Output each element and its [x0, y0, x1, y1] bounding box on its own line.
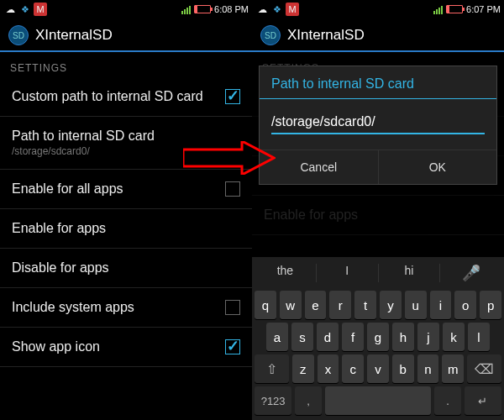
battery-icon — [194, 5, 211, 13]
checkbox-icon[interactable] — [225, 300, 240, 315]
key-s[interactable]: s — [291, 323, 313, 351]
key-a[interactable]: a — [266, 323, 288, 351]
suggestion[interactable]: hi — [379, 264, 441, 282]
key-x[interactable]: x — [318, 354, 339, 383]
row-disable-for[interactable]: Disable for apps — [0, 249, 252, 288]
app-title: XInternalSD — [287, 27, 365, 44]
key-j[interactable]: j — [417, 323, 439, 351]
enter-key[interactable]: ↵ — [465, 386, 501, 415]
kb-row-1: qwertyuiop — [255, 291, 501, 319]
shift-key[interactable]: ⇧ — [255, 354, 289, 383]
path-input[interactable] — [271, 113, 485, 134]
row-path-internal[interactable]: Path to internal SD card /storage/sdcard… — [0, 117, 252, 170]
key-k[interactable]: k — [443, 323, 465, 351]
key-c[interactable]: c — [342, 354, 364, 383]
symbols-key[interactable]: ?123 — [255, 386, 291, 415]
row-bg: Enable for apps — [252, 196, 504, 235]
battery-icon — [446, 5, 463, 13]
dialog-title: Path to internal SD card — [260, 66, 496, 99]
key-d[interactable]: d — [317, 323, 339, 351]
kb-row-3: ⇧ zxcvbnm ⌫ — [255, 354, 501, 383]
mail-icon: M — [34, 3, 47, 16]
key-u[interactable]: u — [405, 291, 427, 319]
status-bar: ☁ ❖ M 6:08 PM — [0, 0, 252, 18]
kb-row-4: ?123 , . ↵ — [255, 386, 501, 415]
suggestion-bar[interactable]: the I hi 🎤 — [255, 260, 501, 287]
app-icon: SD — [260, 25, 281, 45]
app-header: SD XInternalSD — [252, 18, 504, 52]
section-label: SETTINGS — [0, 52, 252, 77]
path-dialog: Path to internal SD card Cancel OK — [259, 66, 497, 185]
mail-icon: M — [286, 3, 299, 16]
cloud-icon: ☁ — [3, 3, 17, 16]
key-y[interactable]: y — [380, 291, 402, 319]
app-header: SD XInternalSD — [0, 18, 252, 52]
row-enable-all[interactable]: Enable for all apps — [0, 170, 252, 209]
key-r[interactable]: r — [329, 291, 351, 319]
key-w[interactable]: w — [280, 291, 302, 319]
backspace-key[interactable]: ⌫ — [467, 354, 501, 383]
row-enable-for[interactable]: Enable for apps — [0, 209, 252, 249]
key-h[interactable]: h — [392, 323, 414, 351]
soft-keyboard[interactable]: the I hi 🎤 qwertyuiop asdfghjkl ⇧ zxcvbn… — [252, 257, 504, 420]
checkbox-icon[interactable] — [225, 339, 240, 354]
ok-button[interactable]: OK — [378, 150, 497, 184]
checkbox-icon[interactable] — [225, 89, 240, 104]
key-m[interactable]: m — [442, 354, 464, 383]
suggestion[interactable]: I — [317, 264, 379, 282]
status-bar: ☁ ❖ M 6:07 PM — [252, 0, 504, 18]
row-custom-path[interactable]: Custom path to internal SD card — [0, 77, 252, 117]
cloud-icon: ☁ — [255, 3, 269, 16]
app-icon: SD — [8, 25, 29, 45]
key-n[interactable]: n — [417, 354, 439, 383]
mic-icon[interactable]: 🎤 — [440, 264, 501, 282]
cancel-button[interactable]: Cancel — [260, 150, 378, 184]
checkbox-icon[interactable] — [225, 181, 240, 197]
key-z[interactable]: z — [292, 354, 314, 383]
key-l[interactable]: l — [468, 323, 490, 351]
suggestion[interactable]: the — [255, 264, 317, 282]
app-title: XInternalSD — [35, 27, 113, 44]
key-g[interactable]: g — [367, 323, 389, 351]
status-time: 6:07 PM — [466, 4, 501, 14]
period-key[interactable]: . — [434, 386, 461, 415]
key-e[interactable]: e — [305, 291, 327, 319]
row-include-system[interactable]: Include system apps — [0, 288, 252, 328]
row-show-icon[interactable]: Show app icon — [0, 328, 252, 367]
key-t[interactable]: t — [354, 291, 376, 319]
comma-key[interactable]: , — [295, 386, 322, 415]
key-b[interactable]: b — [392, 354, 414, 383]
app-notif-icon: ❖ — [18, 3, 32, 16]
key-q[interactable]: q — [255, 291, 276, 319]
key-i[interactable]: i — [430, 291, 452, 319]
key-f[interactable]: f — [342, 323, 364, 351]
key-o[interactable]: o — [454, 291, 476, 319]
space-key[interactable] — [325, 386, 431, 415]
status-time: 6:08 PM — [214, 4, 249, 14]
signal-icon — [181, 4, 191, 14]
key-v[interactable]: v — [367, 354, 389, 383]
app-notif-icon: ❖ — [270, 3, 284, 16]
settings-list: Custom path to internal SD card Path to … — [0, 77, 252, 367]
key-p[interactable]: p — [480, 291, 501, 319]
signal-icon — [433, 4, 443, 14]
kb-row-2: asdfghjkl — [255, 323, 501, 351]
